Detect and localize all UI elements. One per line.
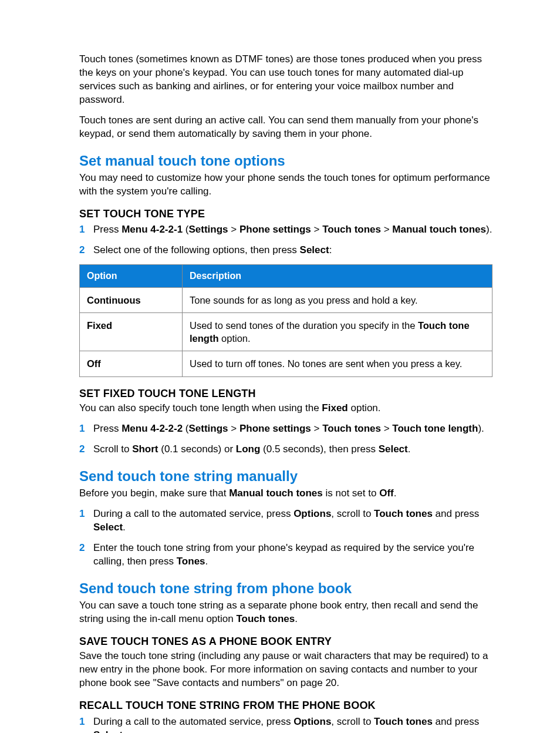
- send-manual-lead: Before you begin, make sure that Manual …: [79, 487, 492, 500]
- intro-paragraph-1: Touch tones (sometimes known as DTMF ton…: [79, 53, 492, 107]
- heading-send-string-manually: Send touch tone string manually: [79, 467, 492, 486]
- list-item: 2Enter the touch tone string from your p…: [79, 542, 492, 569]
- desc-off: Used to turn off tones. No tones are sen…: [183, 351, 492, 376]
- fixed-length-steps: 1Press Menu 4-2-2-2 (Settings > Phone se…: [79, 422, 492, 456]
- phonebook-lead: You can save a touch tone string as a se…: [79, 599, 492, 626]
- step-number: 2: [79, 542, 85, 555]
- fixed-length-lead: You can also specify touch tone length w…: [79, 402, 492, 415]
- table-row: Continuous Tone sounds for as long as yo…: [80, 287, 492, 312]
- option-fixed: Fixed: [80, 312, 183, 351]
- list-item: 2Select one of the following options, th…: [79, 244, 492, 257]
- step-number: 1: [79, 507, 85, 521]
- touch-tone-type-steps: 1Press Menu 4-2-2-1 (Settings > Phone se…: [79, 223, 492, 257]
- list-item: 2Scroll to Short (0.1 seconds) or Long (…: [79, 443, 492, 456]
- list-item: 1During a call to the automated service,…: [79, 507, 492, 534]
- desc-continuous: Tone sounds for as long as you press and…: [183, 287, 492, 312]
- send-manual-steps: 1During a call to the automated service,…: [79, 507, 492, 569]
- recall-phonebook-steps: 1During a call to the automated service,…: [79, 715, 492, 733]
- heading-set-fixed-length: SET FIXED TOUCH TONE LENGTH: [79, 386, 492, 401]
- heading-set-manual-options: Set manual touch tone options: [79, 152, 492, 170]
- save-phonebook-body: Save the touch tone string (including an…: [79, 650, 492, 690]
- heading-send-string-phonebook: Send touch tone string from phone book: [79, 579, 492, 598]
- heading-recall-phonebook: RECALL TOUCH TONE STRING FROM THE PHONE …: [79, 698, 492, 712]
- option-continuous: Continuous: [80, 287, 183, 312]
- table-header-description: Description: [183, 265, 492, 288]
- heading-set-touch-tone-type: SET TOUCH TONE TYPE: [79, 207, 492, 221]
- intro-paragraph-2: Touch tones are sent during an active ca…: [79, 114, 492, 141]
- step-number: 2: [79, 244, 85, 257]
- list-item: 1During a call to the automated service,…: [79, 715, 492, 733]
- step-number: 1: [79, 715, 85, 729]
- option-off: Off: [80, 351, 183, 376]
- table-row: Off Used to turn off tones. No tones are…: [80, 351, 492, 376]
- desc-fixed: Used to send tones of the duration you s…: [183, 312, 492, 351]
- step-number: 1: [79, 422, 85, 436]
- sec1-lead: You may need to customize how your phone…: [79, 172, 492, 199]
- touch-tone-options-table: Option Description Continuous Tone sound…: [79, 264, 492, 377]
- list-item: 1Press Menu 4-2-2-2 (Settings > Phone se…: [79, 422, 492, 436]
- list-item: 1Press Menu 4-2-2-1 (Settings > Phone se…: [79, 223, 492, 237]
- step-number: 1: [79, 223, 85, 237]
- table-row: Fixed Used to send tones of the duration…: [80, 312, 492, 351]
- table-header-option: Option: [80, 265, 183, 288]
- heading-save-phonebook-entry: SAVE TOUCH TONES AS A PHONE BOOK ENTRY: [79, 634, 492, 648]
- step-number: 2: [79, 443, 85, 456]
- table-header-row: Option Description: [80, 265, 492, 288]
